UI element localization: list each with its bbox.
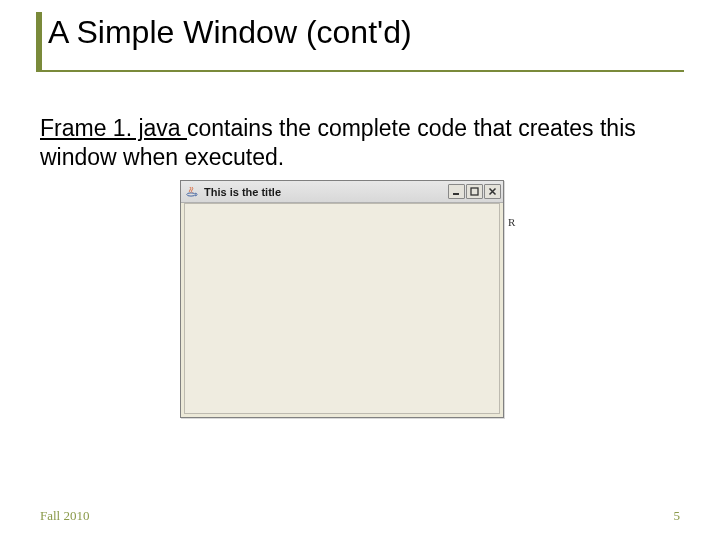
stray-text: R	[508, 216, 515, 228]
slide-title: A Simple Window (cont'd)	[48, 14, 412, 51]
close-button[interactable]	[484, 184, 501, 199]
title-accent	[36, 12, 42, 72]
maximize-button[interactable]	[466, 184, 483, 199]
window-control-buttons	[447, 184, 501, 199]
java-window-titlebar: This is the title	[181, 181, 503, 203]
java-window: This is the title	[180, 180, 504, 418]
svg-rect-1	[453, 193, 459, 195]
slide: A Simple Window (cont'd) Frame 1. java c…	[0, 0, 720, 540]
slide-number: 5	[674, 508, 681, 524]
java-window-title: This is the title	[204, 186, 447, 198]
body-text: Frame 1. java contains the complete code…	[40, 114, 660, 172]
svg-rect-2	[471, 188, 478, 195]
java-cup-icon	[185, 185, 199, 199]
frame1-link[interactable]: Frame 1. java	[40, 115, 187, 141]
minimize-button[interactable]	[448, 184, 465, 199]
footer-left: Fall 2010	[40, 508, 89, 524]
java-window-content	[184, 203, 500, 414]
title-underline	[36, 70, 684, 72]
svg-point-0	[187, 192, 195, 195]
